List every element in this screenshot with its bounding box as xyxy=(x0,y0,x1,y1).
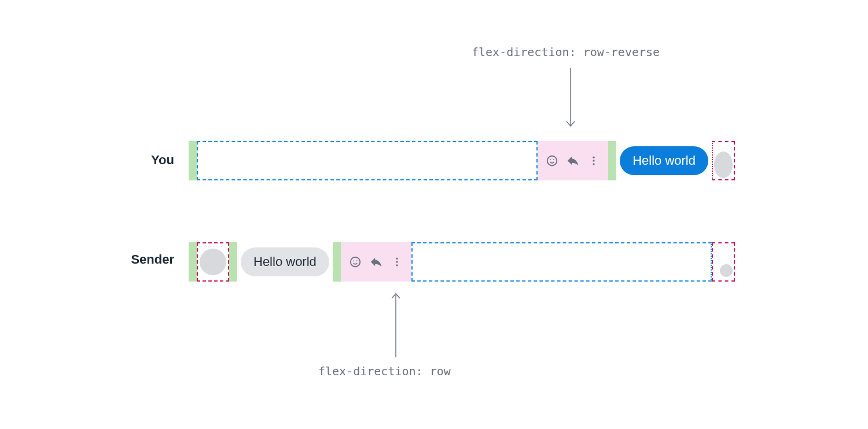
svg-point-5 xyxy=(593,160,595,161)
label-sender: Sender xyxy=(128,252,174,267)
avatar-slot-leading xyxy=(197,242,229,282)
emoji-smile-icon[interactable] xyxy=(349,256,362,268)
svg-point-12 xyxy=(396,264,398,266)
message-row-you: Hello world xyxy=(189,141,735,180)
message-bubble-you: Hello world xyxy=(620,146,708,175)
svg-point-1 xyxy=(547,156,557,166)
svg-point-8 xyxy=(353,260,354,261)
avatar-placeholder xyxy=(200,249,226,275)
arrow-up-icon xyxy=(390,289,402,358)
gap-strip xyxy=(333,242,341,282)
message-text: Hello world xyxy=(632,153,696,168)
avatar-slot-trailing xyxy=(712,141,735,180)
message-bubble-sender: Hello world xyxy=(241,247,329,276)
gap-strip xyxy=(189,141,197,180)
gap-strip xyxy=(189,242,197,282)
message-actions xyxy=(341,242,411,282)
annotation-row-reverse: flex-direction: row-reverse xyxy=(472,45,660,59)
reply-icon[interactable] xyxy=(370,256,382,268)
message-row-sender: Hello world xyxy=(189,242,735,282)
annotation-row: flex-direction: row xyxy=(318,364,451,378)
svg-point-2 xyxy=(550,159,551,160)
message-text: Hello world xyxy=(253,254,317,269)
emoji-smile-icon[interactable] xyxy=(546,154,558,167)
avatar-placeholder xyxy=(714,151,733,178)
avatar-slot-trailing xyxy=(712,242,735,282)
avatar-placeholder xyxy=(720,264,733,277)
flex-spacer xyxy=(197,141,538,180)
label-you: You xyxy=(145,153,174,168)
svg-point-6 xyxy=(593,163,595,165)
svg-point-7 xyxy=(351,257,361,267)
more-vertical-icon[interactable] xyxy=(587,154,600,167)
svg-point-3 xyxy=(553,159,554,160)
gap-strip xyxy=(229,242,237,282)
svg-point-9 xyxy=(356,260,358,261)
flex-spacer xyxy=(411,242,712,282)
svg-point-4 xyxy=(593,157,595,158)
svg-point-10 xyxy=(396,258,398,260)
svg-point-11 xyxy=(396,261,398,262)
arrow-down-icon xyxy=(565,68,576,132)
gap-strip xyxy=(608,141,616,180)
message-actions xyxy=(538,141,608,180)
reply-icon[interactable] xyxy=(567,154,579,167)
more-vertical-icon[interactable] xyxy=(391,256,403,268)
